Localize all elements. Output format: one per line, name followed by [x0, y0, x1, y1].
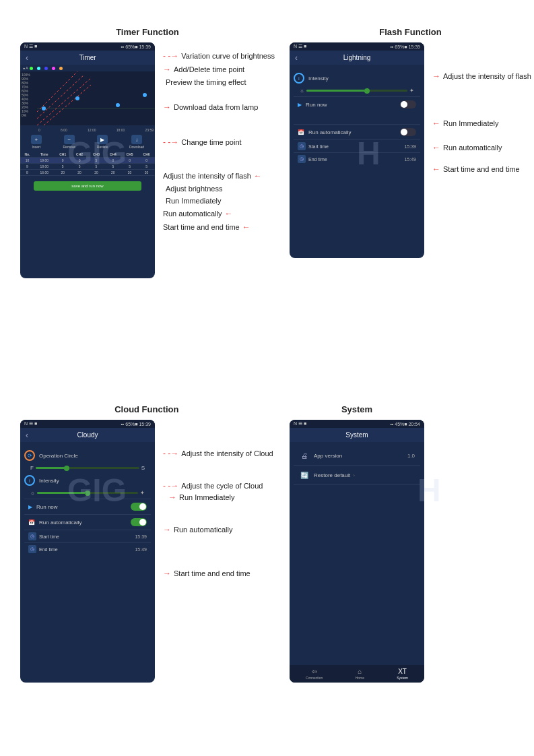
cloud-end-icon: ◷ — [28, 545, 36, 553]
remove-icon: − — [64, 135, 75, 144]
fs-fill — [36, 467, 67, 469]
restore-label: Restore default — [314, 472, 350, 478]
cloud-run-now-toggle[interactable] — [131, 503, 147, 511]
cloud-run-now-label: Run now — [36, 504, 58, 510]
back-arrow-icon[interactable]: ‹ — [26, 53, 28, 63]
flash-status-bar: N ☰ ■ ▪▪ 65%■ 15:39 — [290, 42, 424, 51]
cloud-end-time-row: ◷ End time 15:49 — [24, 542, 151, 555]
restore-default-row[interactable]: 🔄 Restore default › — [294, 466, 420, 485]
slider-thumb[interactable] — [364, 88, 370, 94]
insert-button[interactable]: + Insert — [31, 135, 42, 149]
cloud-slider-thumb[interactable] — [85, 491, 90, 496]
timer-status-bar: N ☰ ■ ▪▪ 65%■ 15:39 — [20, 42, 155, 51]
timer-action-buttons: + Insert − Remove ▶ Review ↓ Download — [20, 135, 155, 149]
timer-screen-title: Timer — [79, 54, 96, 61]
col-ch2: CH2 — [71, 152, 88, 158]
back-arrow-icon-flash[interactable]: ‹ — [295, 53, 298, 63]
cloud-content: ⟳ Operation Circle F S i Intensity — [20, 442, 155, 559]
intensity-label: Intensity — [308, 75, 329, 82]
save-run-button[interactable]: save and run now — [34, 181, 141, 191]
cloud-toggle-knob — [139, 503, 146, 510]
restore-icon: 🔄 — [299, 470, 310, 480]
start-time-row: ◷ Start time 15:39 — [294, 139, 420, 152]
flash-phone: N ☰ ■ ▪▪ 65%■ 15:39 ‹ Lightning i Intens… — [290, 42, 424, 258]
intensity-slider[interactable]: ☼ ✦ — [294, 88, 420, 94]
fs-slider[interactable]: F S — [24, 465, 151, 471]
download-button[interactable]: ↓ Download — [129, 135, 144, 149]
flash-title: Flash Function — [290, 27, 531, 37]
svg-point-6 — [75, 96, 79, 100]
flash-ann-3: Run automatically — [443, 144, 502, 152]
timer-chart-svg — [37, 71, 155, 125]
run-auto-toggle[interactable] — [400, 128, 416, 136]
slider-track[interactable] — [306, 90, 407, 92]
nav-home[interactable]: ⌂ Home — [356, 668, 364, 680]
cloud-intensity-icon: i — [24, 475, 35, 486]
flash-content: i Intensity ☼ ✦ ▶ Run now — [290, 65, 424, 169]
cloud-run-auto-toggle[interactable] — [131, 518, 147, 526]
table-row: 8 16:00 20 20 20 20 20 20 — [20, 170, 155, 176]
timer-phone: N ☰ ■ ▪▪ 65%■ 15:39 ‹ Timer ● A 100% — [20, 42, 155, 278]
cloud-end-label: End time — [39, 547, 58, 552]
system-screen-header: System — [290, 428, 424, 442]
cloud-play-icon: ▶ — [28, 504, 32, 510]
printer-icon: 🖨 — [299, 450, 310, 461]
ann-cloud-intensity: - -→ Adjust the intensity of Cloud — [163, 449, 273, 458]
timer-section: Timer Function N ☰ ■ ▪▪ 65%■ 15:39 ‹ Tim… — [20, 27, 275, 278]
ann-cloud-start-end: → Start time and end time — [163, 567, 273, 580]
col-no: No. — [20, 152, 34, 158]
toggle-knob-auto — [401, 129, 407, 135]
cloud-title: Cloud Function — [20, 404, 273, 414]
dot-blue — [44, 67, 48, 70]
ann-flash-run-imm: ← Run Immediately — [432, 117, 531, 130]
cloud-ann-4: Run automatically — [174, 526, 232, 534]
home-icon: ⌂ — [358, 668, 362, 675]
app-version-row: 🖨 App version 1.0 — [294, 446, 420, 466]
remove-button[interactable]: − Remove — [63, 135, 76, 149]
ann-brightness: Adjust brightness — [163, 185, 275, 193]
op-circle-row: ⟳ Operation Circle — [24, 450, 151, 461]
ann-preview: Preview the timing effect — [163, 78, 275, 86]
run-now-toggle[interactable] — [400, 100, 416, 108]
app-version-value: 1.0 — [407, 453, 415, 459]
col-ch6: CH6 — [138, 152, 155, 158]
run-now-row: ▶ Run now — [294, 96, 420, 112]
timer-screen-header: ‹ Timer — [20, 51, 155, 65]
cloud-intensity-slider[interactable]: ☼ ✦ — [24, 490, 151, 496]
timer-chart: 100% 90% 80% 70% 60% 50% 40% 30% 20% 10%… — [20, 71, 155, 125]
op-circle-label: Operation Circle — [39, 453, 78, 459]
col-ch5: CH5 — [121, 152, 138, 158]
app-version-label: App version — [314, 453, 342, 459]
nav-system[interactable]: XT System — [397, 668, 408, 680]
ann-add-delete: → Add/Delete time point — [163, 65, 275, 74]
cloud-screen-header: ‹ Cloudy — [20, 428, 155, 442]
chevron-right-icon: › — [353, 472, 355, 478]
play-icon: ▶ — [298, 102, 302, 108]
connection-icon: ⇦ — [312, 668, 317, 675]
download-icon: ↓ — [131, 135, 142, 144]
nav-system-label: System — [397, 676, 408, 680]
ann-cloud-run-auto: → Run automatically — [163, 523, 273, 536]
flash-annotations: → Adjust the intensity of flash ← Run Im… — [432, 42, 531, 176]
fs-track[interactable] — [36, 467, 139, 469]
timer-dots-row: ● A — [20, 65, 155, 71]
back-arrow-icon-cloud[interactable]: ‹ — [26, 431, 28, 440]
svg-line-3 — [44, 85, 91, 125]
system-screen-title: System — [345, 431, 368, 439]
fs-thumb[interactable] — [64, 466, 69, 471]
remove-label: Remove — [63, 145, 76, 149]
cloud-slider-track[interactable] — [37, 492, 138, 494]
start-time-label: Start time — [308, 144, 329, 149]
intensity-row: i Intensity — [294, 73, 420, 84]
sun-bright-icon: ✦ — [409, 88, 414, 94]
system-bottom-nav: ⇦ Connection ⌂ Home XT System — [290, 665, 424, 683]
flash-section: Flash Function N ☰ ■ ▪▪ 65%■ 15:39 ‹ Lig… — [290, 27, 531, 258]
review-button[interactable]: ▶ Review — [97, 135, 108, 149]
timer-title: Timer Function — [20, 27, 275, 37]
cloud-ann-5: Start time and end time — [174, 569, 251, 577]
ann-start-end-time: Start time and end time ← — [163, 222, 275, 232]
slider-fill — [306, 90, 367, 92]
cloud-intensity-row: i Intensity — [24, 475, 151, 486]
timer-annotations: - -→ Variation curve of brightness → Add… — [163, 42, 275, 234]
nav-connection[interactable]: ⇦ Connection — [306, 668, 323, 680]
